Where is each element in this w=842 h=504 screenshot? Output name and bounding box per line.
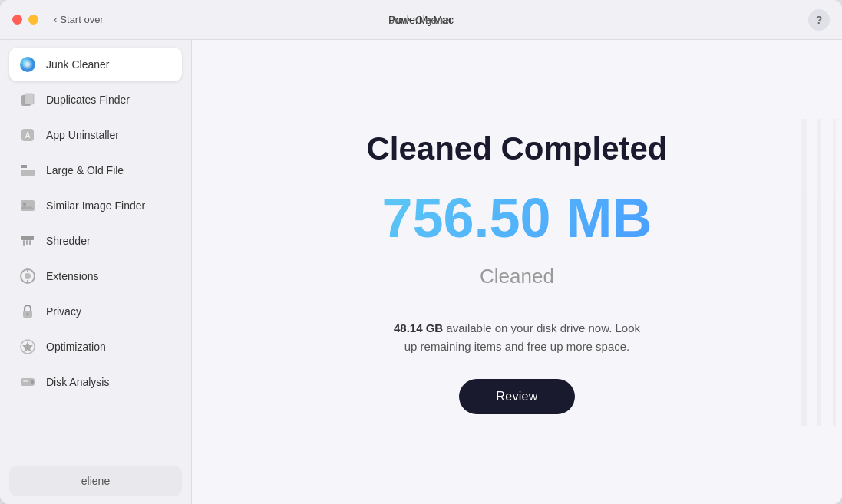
optimization-icon [18, 338, 37, 356]
sidebar-item-app-uninstaller-label: App Uninstaller [46, 129, 119, 141]
minimize-button[interactable] [28, 15, 38, 25]
sidebar-item-disk-analysis[interactable]: Disk Analysis [9, 365, 182, 399]
sidebar-item-extensions[interactable]: Extensions [9, 259, 182, 293]
privacy-icon [18, 302, 37, 321]
sidebar-item-shredder-label: Shredder [46, 235, 91, 247]
sidebar-item-similar-image-finder-label: Similar Image Finder [46, 199, 145, 212]
svg-point-21 [27, 313, 29, 315]
sidebar-item-large-old-file-label: Large & Old File [46, 164, 124, 176]
user-section[interactable]: eliene [9, 466, 182, 496]
svg-rect-4 [25, 94, 34, 104]
username-label: eliene [81, 475, 110, 487]
svg-rect-14 [26, 240, 28, 245]
duplicates-finder-icon [18, 91, 37, 109]
bg-decoration [796, 119, 842, 426]
traffic-lights [12, 15, 38, 25]
sidebar-item-app-uninstaller[interactable]: A App Uninstaller [9, 118, 182, 152]
chevron-left-icon: ‹ [54, 14, 57, 25]
app-uninstaller-icon: A [18, 126, 37, 144]
sidebar-item-duplicates-finder[interactable]: Duplicates Finder [9, 83, 182, 117]
sidebar-item-duplicates-finder-label: Duplicates Finder [46, 94, 130, 106]
disk-space-amount: 48.14 GB [394, 321, 443, 334]
svg-text:A: A [25, 131, 31, 140]
svg-point-24 [31, 380, 34, 384]
sidebar-item-shredder[interactable]: Shredder [9, 224, 182, 258]
svg-rect-10 [21, 200, 35, 211]
svg-rect-8 [21, 170, 35, 176]
svg-rect-9 [21, 165, 27, 168]
review-button[interactable]: Review [459, 379, 574, 414]
cleaned-title: Cleaned Completed [366, 130, 667, 167]
svg-point-2 [25, 62, 30, 67]
sidebar-item-extensions-label: Extensions [46, 270, 98, 282]
shredder-icon [18, 232, 37, 250]
svg-rect-15 [29, 240, 31, 245]
sidebar-item-optimization-label: Optimization [46, 341, 106, 353]
help-button[interactable]: ? [808, 9, 830, 31]
title-bar: ‹ Start over PowerMyMac Junk Cleaner ? [0, 0, 842, 40]
junk-cleaner-icon [18, 55, 37, 74]
similar-image-finder-icon [18, 196, 37, 215]
main-content: Junk Cleaner Duplicates Finder A [0, 40, 842, 504]
close-button[interactable] [12, 15, 22, 25]
sidebar-item-large-old-file[interactable]: Large & Old File [9, 153, 182, 187]
info-text: 48.14 GB available on your disk drive no… [387, 319, 648, 356]
sidebar-item-optimization[interactable]: Optimization [9, 330, 182, 364]
svg-point-17 [25, 273, 31, 279]
amount-container: 756.50 MB Cleaned [381, 190, 652, 311]
start-over-button[interactable]: ‹ Start over [54, 14, 104, 25]
sidebar-item-junk-cleaner[interactable]: Junk Cleaner [9, 48, 182, 81]
sidebar: Junk Cleaner Duplicates Finder A [0, 40, 192, 504]
amount-value: 756.50 MB [381, 190, 652, 245]
svg-rect-12 [21, 236, 34, 240]
amount-divider [478, 255, 555, 255]
sidebar-item-privacy[interactable]: Privacy [9, 295, 182, 328]
header-title: Junk Cleaner [389, 14, 453, 26]
svg-rect-25 [23, 380, 28, 382]
sidebar-item-privacy-label: Privacy [46, 305, 81, 318]
content-area: Cleaned Completed 756.50 MB Cleaned 48.1… [192, 40, 842, 504]
extensions-icon [18, 267, 37, 285]
svg-rect-13 [23, 240, 25, 246]
sidebar-item-disk-analysis-label: Disk Analysis [46, 376, 109, 388]
sidebar-item-similar-image-finder[interactable]: Similar Image Finder [9, 189, 182, 222]
sidebar-item-junk-cleaner-label: Junk Cleaner [46, 58, 110, 71]
large-old-file-icon [18, 161, 37, 180]
cleaned-label: Cleaned [381, 265, 652, 288]
disk-analysis-icon [18, 373, 37, 391]
